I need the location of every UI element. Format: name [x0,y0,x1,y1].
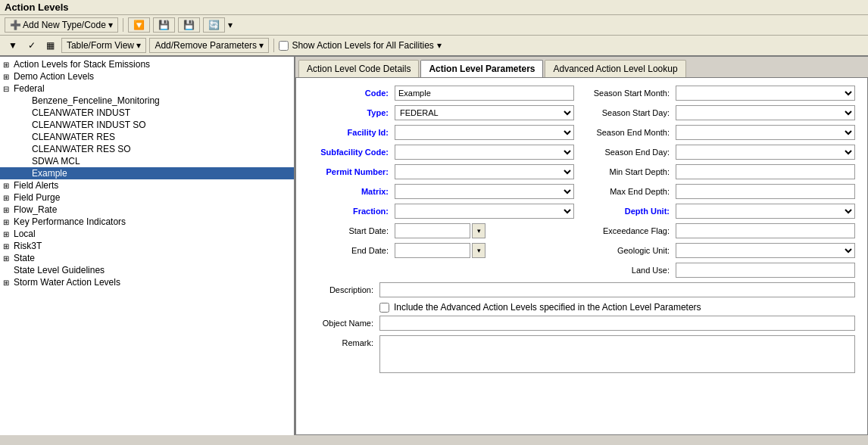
toolbar-dropdown-arrow: ▾ [228,20,233,30]
season-start-month-select[interactable] [676,86,855,101]
season-end-month-select[interactable] [676,125,855,140]
show-all-checkbox[interactable] [279,41,289,51]
description-label: Description: [308,285,376,294]
advanced-levels-checkbox[interactable] [379,303,389,313]
tree-item-state-level[interactable]: State Level Guidelines [0,264,294,276]
matrix-select[interactable] [395,184,574,199]
filter-icon-button[interactable]: 🔽 [128,17,150,33]
tab-parameters[interactable]: Action Level Parameters [420,60,543,77]
subfacility-label: Subfacility Code: [308,148,392,157]
expand-icon: ⊞ [3,254,12,263]
end-date-picker-button[interactable]: ▾ [472,243,486,258]
facility-id-select[interactable] [395,125,574,140]
land-use-input[interactable] [676,263,855,278]
season-end-day-select[interactable] [676,145,855,160]
min-start-depth-row: Min Start Depth: [589,164,855,179]
filter-bar: ▼ ✓ ▦ Table/Form View ▾ Add/Remove Param… [0,36,868,57]
remark-textarea[interactable] [379,335,855,373]
checkbox-label: Include the Advanced Action Levels speci… [394,302,701,313]
add-icon: ➕ [10,20,21,30]
tree-item-example[interactable]: Example [0,167,294,179]
min-start-depth-label: Min Start Depth: [589,167,673,176]
subfacility-row: Subfacility Code: [308,145,574,160]
filter-check-button[interactable]: ✓ [24,38,39,53]
subfacility-select[interactable] [395,145,574,160]
remark-row: Remark: [308,335,855,373]
main-toolbar: ➕ Add New Type/Code ▾ 🔽 💾 💾 🔄 ▾ [0,15,868,36]
add-new-button[interactable]: ➕ Add New Type/Code ▾ [5,17,118,33]
tree-item-cleanwater-res-so[interactable]: CLEANWATER RES SO [0,143,294,155]
tree-item-kpi[interactable]: ⊞ Key Performance Indicators [0,216,294,228]
tree-item-benzene[interactable]: Benzene_Fenceline_Monitoring [0,95,294,107]
tree-item-cleanwater-indust-so[interactable]: CLEANWATER INDUST SO [0,119,294,131]
geologic-unit-label: Geologic Unit: [589,246,673,255]
main-layout: ⊞ Action Levels for Stack Emissions ⊞ De… [0,57,868,435]
end-date-label: End Date: [308,246,392,255]
tree-item-field-alerts[interactable]: ⊞ Field Alerts [0,179,294,191]
tree-item-state[interactable]: ⊞ State [0,252,294,264]
tree-item-cleanwater-indust[interactable]: CLEANWATER INDUST [0,107,294,119]
save-button[interactable]: 💾 [153,17,175,33]
exceedance-flag-input[interactable] [676,223,855,238]
tree-item-field-purge[interactable]: ⊞ Field Purge [0,191,294,204]
expand-icon: ⊞ [3,61,12,69]
tree-item-cleanwater-res[interactable]: CLEANWATER RES [0,131,294,143]
matrix-row: Matrix: [308,184,574,199]
facility-id-label: Facility Id: [308,128,392,137]
object-name-input[interactable] [379,316,855,331]
show-all-dropdown: ▾ [437,40,442,51]
tree-item-demo[interactable]: ⊞ Demo Action Levels [0,70,294,82]
save-as-button[interactable]: 💾 [178,17,200,33]
refresh-button[interactable]: 🔄 [203,17,225,33]
expand-icon: ⊞ [3,279,12,287]
start-date-row: Start Date: ▾ [308,223,574,238]
tree-item-federal[interactable]: ⊟ Federal [0,82,294,95]
expand-icon: ⊞ [3,230,12,238]
start-date-picker-button[interactable]: ▾ [472,223,486,238]
right-panel: Action Level Code Details Action Level P… [295,57,868,435]
save-icon: 💾 [158,20,170,30]
code-input[interactable] [395,86,574,101]
min-start-depth-input[interactable] [676,164,855,179]
season-end-month-label: Season End Month: [589,128,673,137]
depth-unit-select[interactable] [676,204,855,219]
tree-item-local[interactable]: ⊞ Local [0,228,294,240]
exceedance-flag-label: Exceedance Flag: [589,226,673,235]
end-date-input[interactable] [395,243,470,258]
refresh-icon: 🔄 [208,20,220,30]
tree-item-sdwa-mcl[interactable]: SDWA MCL [0,155,294,167]
description-input[interactable] [379,282,855,297]
start-date-group: ▾ [395,223,486,238]
geologic-unit-select[interactable] [676,243,855,258]
expand-icon: ⊞ [3,206,12,214]
filter-grid-button[interactable]: ▦ [42,38,58,53]
tree-item-stack[interactable]: ⊞ Action Levels for Stack Emissions [0,58,294,70]
fraction-select[interactable] [395,204,574,219]
toolbar-sep-1 [123,18,123,32]
tree-item-storm-water[interactable]: ⊞ Storm Water Action Levels [0,276,294,288]
type-select[interactable]: FEDERAL STATE LOCAL [395,105,574,120]
filter-bar-sep [273,39,274,52]
geologic-unit-row: Geologic Unit: [589,243,855,258]
tab-lookup[interactable]: Advanced Action Level Lookup [545,60,685,77]
remark-label: Remark: [308,335,376,347]
tab-bar: Action Level Code Details Action Level P… [295,57,868,77]
season-end-day-label: Season End Day: [589,148,673,157]
end-date-group: ▾ [395,243,486,258]
filter-icon: 🔽 [133,20,145,30]
tree-item-flow-rate[interactable]: ⊞ Flow_Rate [0,204,294,216]
save-as-icon: 💾 [183,20,195,30]
tree-panel: ⊞ Action Levels for Stack Emissions ⊞ De… [0,57,295,435]
tree-item-risk3t[interactable]: ⊞ Risk3T [0,240,294,252]
tab-code-details[interactable]: Action Level Code Details [298,60,419,77]
expand-icon: ⊞ [3,242,12,251]
permit-select[interactable] [395,164,574,179]
add-remove-params-button[interactable]: Add/Remove Parameters ▾ [149,38,269,53]
max-end-depth-input[interactable] [676,184,855,199]
filter-funnel-button[interactable]: ▼ [5,38,21,53]
table-form-view-button[interactable]: Table/Form View ▾ [61,38,146,53]
form-right-col: Season Start Month: Season Start Day: Se… [589,86,855,279]
expand-icon: ⊞ [3,218,12,226]
season-start-day-select[interactable] [676,105,855,120]
start-date-input[interactable] [395,223,470,238]
